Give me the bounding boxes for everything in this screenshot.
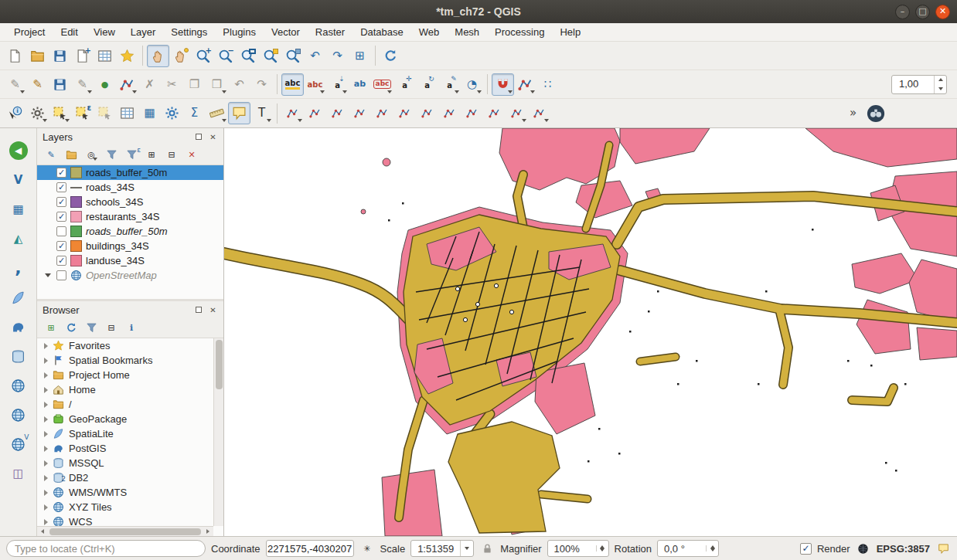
open-project-button[interactable] [26, 45, 49, 67]
copy-features-button[interactable]: ❐ [183, 73, 206, 96]
menu-web[interactable]: Web [411, 25, 448, 39]
layer-checkbox[interactable]: ✓ [56, 256, 66, 266]
vertex-tool-button[interactable] [116, 73, 138, 96]
browser-item-xyz-tiles[interactable]: XYZ Tiles [37, 500, 223, 514]
layer-checkbox[interactable]: ✓ [56, 212, 66, 222]
data-source-manager-button[interactable]: ◀ [7, 139, 30, 162]
add-wfs-layer-button[interactable]: V [7, 433, 30, 456]
menu-vector[interactable]: Vector [264, 25, 308, 39]
menu-view[interactable]: View [86, 25, 123, 39]
zoom-next-button[interactable]: ↷ [326, 45, 349, 67]
layers-panel-header[interactable]: Layers ✕ [37, 128, 223, 145]
coordinate-input[interactable] [267, 543, 353, 555]
menu-raster[interactable]: Raster [308, 25, 352, 39]
browser-item-home[interactable]: Home [37, 382, 223, 397]
add-feature-button[interactable]: ● [94, 73, 116, 96]
pin-labels-button[interactable]: a⇣ [326, 73, 349, 96]
toolbar-overflow-button[interactable]: » [842, 102, 864, 124]
layer-row-roads-34s[interactable]: ✓ roads_34S [37, 180, 223, 195]
add-wcs-layer-button[interactable] [7, 403, 30, 426]
layer-row-restaurants-34s[interactable]: ✓ restaurants_34S [37, 209, 223, 224]
layer-checkbox[interactable]: ✓ [56, 197, 66, 207]
copy-move-feature-button[interactable] [304, 102, 326, 124]
browser-item-wms-wmts[interactable]: WMS/WMTS [37, 485, 223, 500]
zoom-to-selection-button[interactable] [259, 45, 281, 67]
open-attribute-table-button[interactable] [116, 102, 138, 124]
undo-button[interactable]: ↶ [228, 73, 250, 96]
scale-dropdown-button[interactable] [460, 541, 473, 556]
new-print-layout-button[interactable]: + [71, 45, 94, 67]
scrollbar-thumb[interactable] [216, 340, 223, 389]
save-project-button[interactable] [49, 45, 71, 67]
layer-row-landuse-34s[interactable]: ✓ landuse_34S [37, 253, 223, 268]
layer-label[interactable]: roads_34S [86, 182, 135, 193]
zoom-out-button[interactable]: − [214, 45, 237, 67]
magnifier-value[interactable]: 100% [548, 543, 596, 555]
browser-horizontal-scrollbar[interactable] [37, 526, 213, 536]
remove-layer-button[interactable]: ✕ [185, 148, 199, 162]
new-project-button[interactable] [4, 45, 26, 67]
render-checkbox[interactable]: ✓ [800, 543, 812, 555]
save-layer-edits-button[interactable] [49, 73, 71, 96]
expander-icon[interactable] [44, 343, 48, 349]
crs-label[interactable]: EPSG:3857 [877, 543, 930, 555]
redo-button[interactable]: ↷ [250, 73, 273, 96]
coordinate-box[interactable] [266, 540, 354, 557]
expander-icon[interactable] [44, 416, 48, 423]
layer-row-openstreetmap[interactable]: OpenStreetMap [37, 268, 223, 283]
stroke-width-down-button[interactable] [935, 84, 946, 93]
move-feature-button[interactable] [281, 102, 304, 124]
delete-ring-button[interactable] [438, 102, 461, 124]
delete-selected-button[interactable]: ✗ [138, 73, 161, 96]
layer-checkbox[interactable] [56, 226, 66, 236]
processing-toolbox-button[interactable] [161, 102, 183, 124]
split-features-button[interactable] [506, 102, 528, 124]
collapse-all-button[interactable]: ⊟ [104, 321, 118, 335]
cut-features-button[interactable]: ✂ [161, 73, 183, 96]
properties-button[interactable]: ℹ [124, 321, 138, 335]
filter-legend-button[interactable] [104, 148, 118, 162]
reshape-features-button[interactable] [483, 102, 506, 124]
rotation-spinbox[interactable]: 0,0 ° [657, 540, 719, 557]
browser-item-geopackage[interactable]: GeoPackage [37, 412, 223, 426]
add-selected-layers-button[interactable]: ⊞ [44, 321, 58, 335]
rotate-feature-button[interactable] [326, 102, 349, 124]
locator-input[interactable] [15, 543, 197, 555]
layer-row-buildings-34s[interactable]: ✓ buildings_34S [37, 239, 223, 253]
browser-item-postgis[interactable]: PostGIS [37, 441, 223, 456]
crs-status-button[interactable] [856, 541, 871, 556]
layer-checkbox[interactable]: ✓ [56, 241, 66, 251]
search-news-button[interactable] [864, 102, 887, 124]
close-panel-button[interactable]: ✕ [208, 305, 218, 315]
locator-box[interactable] [6, 540, 206, 557]
add-part-button[interactable] [393, 102, 416, 124]
stroke-width-up-button[interactable] [935, 76, 946, 85]
scale-combobox[interactable]: 1:51359 [410, 540, 474, 557]
refresh-button[interactable] [380, 45, 402, 67]
enable-tracing-button[interactable] [514, 73, 536, 96]
expander-icon[interactable] [44, 504, 48, 511]
map-tips-button[interactable] [228, 102, 250, 124]
menu-processing[interactable]: Processing [487, 25, 552, 39]
add-mesh-layer-button[interactable]: ◭ [7, 227, 30, 250]
menu-database[interactable]: Database [352, 25, 411, 39]
close-panel-button[interactable]: ✕ [208, 132, 218, 142]
magnifier-spinbox[interactable]: 100% [547, 540, 609, 557]
browser-item-db2[interactable]: 2DB2 [37, 470, 223, 485]
paste-features-button[interactable]: ❒ [206, 73, 228, 96]
expander-icon[interactable] [44, 475, 48, 481]
change-label-button[interactable]: a✎ [438, 73, 461, 96]
open-layer-styling-button[interactable]: ✎ [44, 148, 58, 162]
zoom-in-button[interactable]: + [192, 45, 214, 67]
diagram-options-button[interactable]: ◔ [461, 73, 483, 96]
deselect-features-button[interactable] [94, 102, 116, 124]
add-delimited-text-layer-button[interactable]: , [7, 256, 30, 280]
manage-map-themes-button[interactable]: ◎ [84, 148, 98, 162]
move-label-button[interactable]: a✛ [393, 73, 416, 96]
magnifier-down-button[interactable] [597, 548, 608, 552]
menu-project[interactable]: Project [6, 25, 53, 39]
browser-item-favorites[interactable]: Favorites [37, 338, 223, 353]
stroke-width-value[interactable]: 1,00 [892, 76, 934, 93]
add-mssql-layer-button[interactable] [7, 344, 30, 368]
browser-item-project-home[interactable]: Project Home [37, 368, 223, 382]
